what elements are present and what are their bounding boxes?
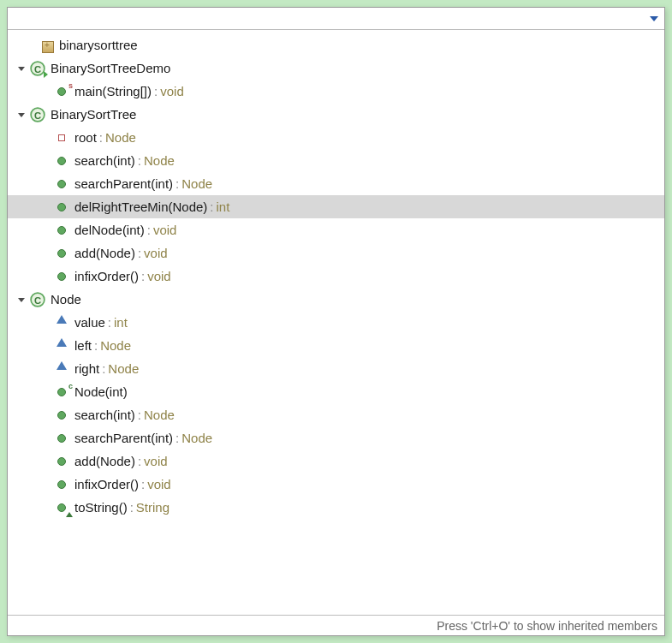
item-name: searchParent(int): [74, 431, 173, 445]
tree-item-cls2[interactable]: CBinarySortTree: [8, 103, 664, 126]
item-type: Node: [144, 153, 175, 168]
tree-item-m-tostring[interactable]: toString() : String: [8, 496, 664, 519]
item-name: BinarySortTree: [51, 107, 136, 122]
tree-item-pkg[interactable]: binarysorttree: [8, 33, 664, 57]
tree-item-m-add[interactable]: add(Node) : void: [8, 241, 664, 265]
colon: :: [138, 246, 141, 260]
tree-item-cls1[interactable]: CBinarySortTreeDemo: [8, 57, 664, 80]
status-text: Press 'Ctrl+O' to show inherited members: [437, 619, 657, 633]
colon: :: [138, 454, 141, 468]
colon: :: [108, 315, 111, 330]
tree-item-cls3[interactable]: CNode: [8, 288, 664, 311]
tree-item-f-root[interactable]: root : Node: [8, 126, 664, 149]
colon: :: [130, 500, 134, 515]
class-icon: C: [30, 61, 45, 76]
colon: :: [147, 223, 151, 237]
item-type: void: [144, 246, 168, 260]
method-icon: [54, 431, 69, 446]
chevron-down-icon[interactable]: [15, 62, 28, 75]
tree-item-m-searchparent[interactable]: searchParent(int) : Node: [8, 172, 664, 195]
method-icon: [54, 269, 69, 284]
outline-panel: binarysorttreeCBinarySortTreeDemosmain(S…: [7, 7, 665, 636]
tree-item-m-infix[interactable]: infixOrder() : void: [8, 265, 664, 288]
method-icon: [54, 223, 69, 238]
method-icon: [54, 454, 69, 469]
item-type: void: [153, 223, 177, 237]
colon: :: [210, 199, 213, 214]
item-type: Node: [100, 338, 131, 353]
svg-text:C: C: [34, 295, 41, 305]
item-type: int: [217, 199, 230, 214]
colon: :: [138, 153, 141, 168]
class-icon: C: [30, 292, 45, 307]
tree-item-m-nadd[interactable]: add(Node) : void: [8, 450, 664, 473]
method-icon: [54, 477, 69, 492]
svg-text:C: C: [34, 110, 41, 120]
field-icon: [54, 315, 69, 330]
item-name: search(int): [74, 153, 135, 168]
item-type: Node: [181, 176, 212, 191]
item-name: add(Node): [74, 246, 135, 260]
item-type: int: [114, 315, 128, 330]
item-name: search(int): [74, 408, 135, 422]
method-icon: [54, 199, 69, 215]
status-bar: Press 'Ctrl+O' to show inherited members: [8, 615, 664, 635]
item-name: Node: [51, 292, 81, 307]
item-name: binarysorttree: [59, 38, 138, 52]
tree-item-m-delright[interactable]: delRightTreeMin(Node) : int: [8, 195, 664, 218]
svg-text:C: C: [34, 63, 41, 74]
tree-item-m-ninfix[interactable]: infixOrder() : void: [8, 473, 664, 496]
item-name: delRightTreeMin(Node): [74, 199, 207, 214]
item-name: searchParent(int): [74, 176, 173, 191]
field-icon: [54, 338, 69, 354]
tree-item-f-left[interactable]: left : Node: [8, 334, 664, 357]
item-name: value: [74, 315, 105, 330]
item-name: root: [74, 130, 97, 145]
item-name: BinarySortTreeDemo: [51, 61, 170, 75]
tree-item-m-nsearchp[interactable]: searchParent(int) : Node: [8, 426, 664, 450]
tree-item-f-value[interactable]: value : int: [8, 311, 664, 334]
method-icon: [54, 246, 69, 261]
item-type: Node: [144, 408, 175, 422]
tree-item-m-nodecons[interactable]: cNode(int): [8, 380, 664, 403]
item-type: String: [136, 500, 169, 515]
item-type: void: [144, 454, 168, 468]
colon: :: [141, 269, 145, 283]
item-name: infixOrder(): [74, 269, 139, 283]
colon: :: [175, 431, 179, 445]
method-icon: [54, 176, 69, 192]
colon: :: [141, 477, 145, 491]
chevron-down-icon[interactable]: [15, 293, 28, 307]
colon: :: [175, 176, 179, 191]
colon: :: [154, 84, 158, 98]
dropdown-arrow-icon[interactable]: [647, 12, 661, 26]
colon: :: [102, 361, 105, 376]
item-type: void: [147, 269, 171, 283]
search-input[interactable]: [11, 10, 647, 27]
top-bar: [8, 8, 664, 30]
tree-item-m-nsearch[interactable]: search(int) : Node: [8, 403, 664, 426]
method-icon: [54, 153, 69, 169]
outline-tree: binarysorttreeCBinarySortTreeDemosmain(S…: [8, 30, 664, 615]
item-name: infixOrder(): [74, 477, 139, 491]
item-type: Node: [108, 361, 139, 376]
tree-item-m-delnode[interactable]: delNode(int) : void: [8, 218, 664, 241]
item-name: right: [74, 361, 99, 376]
tree-item-m-search[interactable]: search(int) : Node: [8, 149, 664, 172]
item-type: void: [160, 84, 184, 98]
package-icon: [39, 38, 54, 53]
colon: :: [138, 408, 141, 422]
method-icon: [54, 500, 69, 515]
method-icon: [54, 408, 69, 423]
class-icon: C: [30, 107, 45, 122]
colon: :: [94, 338, 98, 353]
item-name: delNode(int): [74, 223, 145, 237]
tree-item-m-main[interactable]: smain(String[]) : void: [8, 80, 664, 103]
item-type: Node: [181, 431, 212, 445]
item-name: add(Node): [74, 454, 135, 468]
tree-item-f-right[interactable]: right : Node: [8, 357, 664, 380]
chevron-down-icon[interactable]: [15, 108, 28, 122]
item-name: left: [74, 338, 92, 353]
item-type: Node: [105, 130, 136, 145]
item-name: toString(): [74, 500, 128, 515]
